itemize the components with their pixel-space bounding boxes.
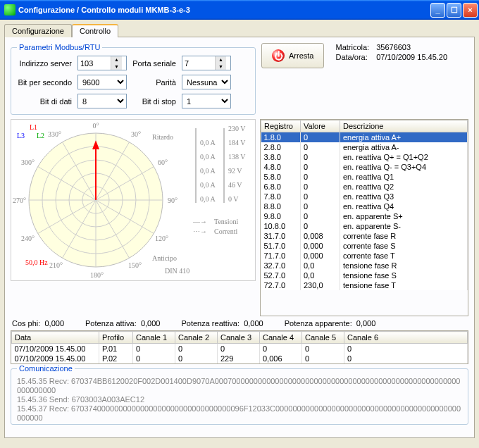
- svg-text:Correnti: Correnti: [214, 228, 238, 235]
- maximize-button[interactable]: ☐: [447, 3, 461, 18]
- port-input[interactable]: ▲▼: [182, 56, 231, 70]
- meta-block: Matricola: 35676603 Data/ora: 07/10/2009…: [335, 43, 447, 61]
- svg-text:0 V: 0 V: [228, 195, 239, 203]
- svg-text:0,0 A: 0,0 A: [200, 139, 216, 147]
- app-icon: [4, 4, 15, 15]
- table-row[interactable]: 71.7.00,000corrente fase T: [261, 251, 468, 261]
- svg-text:90°: 90°: [168, 197, 178, 204]
- registers-table[interactable]: Registro Valore Descrizione 1.8.00energi…: [260, 119, 468, 316]
- svg-text:300°: 300°: [21, 158, 35, 166]
- arresta-button[interactable]: ⏻ Arresta: [261, 43, 324, 68]
- svg-text:120°: 120°: [155, 235, 168, 242]
- table-row[interactable]: 9.8.00en. apparente S+: [261, 211, 468, 221]
- col-descrizione[interactable]: Descrizione: [340, 120, 468, 132]
- col-valore[interactable]: Valore: [301, 120, 340, 132]
- parity-select[interactable]: Nessuna: [182, 75, 231, 89]
- svg-text:L2: L2: [37, 132, 44, 139]
- fieldset-modbus: Parametri Modbus/RTU Indirizzo server ▲▼…: [11, 43, 256, 115]
- fieldset-comunicazione: Comunicazione 15.45.35 Recv: 670374BB612…: [11, 364, 468, 425]
- stop-icon: ⏻: [272, 49, 285, 62]
- svg-text:270°: 270°: [13, 197, 26, 204]
- window-title: Configurazione / Controllo moduli MKMB-3…: [18, 6, 429, 14]
- serial-label: Matricola:: [335, 43, 369, 51]
- svg-text:60°: 60°: [158, 158, 168, 166]
- table-row[interactable]: 31.7.00,008corrente fase R: [261, 231, 468, 241]
- svg-text:46 V: 46 V: [228, 181, 242, 189]
- svg-text:0,0 A: 0,0 A: [200, 167, 216, 175]
- comm-line: 15.45.36 Send: 6703003A003AEC12: [17, 395, 462, 404]
- table-row[interactable]: 1.8.00energia attiva A+: [261, 132, 468, 143]
- tab-panel-controllo: Parametri Modbus/RTU Indirizzo server ▲▼…: [4, 37, 475, 438]
- baud-label: Bit per secondo: [17, 78, 72, 87]
- table-row[interactable]: 6.8.00en. reattiva Q2: [261, 182, 468, 192]
- svg-text:L3: L3: [17, 132, 25, 139]
- col-registro[interactable]: Registro: [261, 120, 301, 132]
- addr-input[interactable]: ▲▼: [77, 56, 127, 70]
- svg-text:0°: 0°: [93, 122, 99, 130]
- comm-line: 15.45.38 Send: 670300074003C0C07: [17, 423, 462, 425]
- svg-text:138 V: 138 V: [228, 153, 246, 161]
- table-row[interactable]: 3.8.00en. reattiva Q+ = Q1+Q2: [261, 152, 468, 162]
- table-row[interactable]: 5.8.00en. reattiva Q1: [261, 172, 468, 182]
- table-row[interactable]: 7.8.00en. reattiva Q3: [261, 192, 468, 201]
- svg-text:92 V: 92 V: [228, 167, 242, 175]
- svg-text:184 V: 184 V: [228, 139, 246, 147]
- svg-text:⋯→: ⋯→: [193, 228, 207, 235]
- table-row[interactable]: 2.8.00energia attiva A-: [261, 142, 468, 152]
- channels-table[interactable]: Data Profilo Canale 1 Canale 2 Canale 3 …: [11, 330, 468, 364]
- comm-log[interactable]: 15.45.35 Recv: 670374BB6120020F002D00140…: [17, 377, 462, 425]
- svg-text:0,0 A: 0,0 A: [200, 153, 216, 161]
- phasor-diagram: 0° 30° 60° 90° 120° 150° 180° 210° 240° …: [11, 119, 256, 281]
- stats-row: Cos phi: 0,000 Potenza attiva: 0,000 Pot…: [11, 316, 468, 330]
- table-row[interactable]: 07/10/2009 15.45.00P.01000000: [12, 344, 468, 354]
- serial-value: 35676603: [376, 43, 447, 51]
- stopbits-select[interactable]: 1: [182, 94, 231, 108]
- legend-comunicazione: Comunicazione: [17, 364, 75, 373]
- table-row[interactable]: 07/10/2009 15.45.00P.02002290,00600: [12, 354, 468, 363]
- port-label: Porta seriale: [132, 59, 176, 68]
- legend-modbus: Parametri Modbus/RTU: [17, 43, 102, 51]
- svg-text:L1: L1: [30, 123, 37, 131]
- comm-line: 15.45.35 Recv: 670374BB6120020F002D00140…: [17, 377, 462, 395]
- svg-text:DIN 410: DIN 410: [165, 267, 189, 275]
- svg-text:30°: 30°: [131, 130, 141, 138]
- comm-line: 15.45.37 Recv: 6703740000000000000000000…: [17, 404, 462, 423]
- table-row[interactable]: 10.8.00en. apparente S-: [261, 221, 468, 231]
- svg-text:150°: 150°: [128, 261, 142, 269]
- table-row[interactable]: 52.7.00,0tensione fase S: [261, 270, 468, 280]
- svg-text:180°: 180°: [90, 271, 104, 279]
- svg-text:Tensioni: Tensioni: [214, 218, 239, 225]
- parity-label: Parità: [132, 78, 176, 87]
- svg-text:330°: 330°: [48, 130, 61, 138]
- table-row[interactable]: 51.7.00,000corrente fase S: [261, 241, 468, 251]
- titlebar: Configurazione / Controllo moduli MKMB-3…: [0, 0, 479, 20]
- table-row[interactable]: 4.8.00en. reattiva Q- = Q3+Q4: [261, 162, 468, 172]
- baud-select[interactable]: 9600: [77, 75, 127, 89]
- svg-text:230 V: 230 V: [228, 125, 246, 132]
- stopbits-label: Bit di stop: [132, 97, 176, 106]
- svg-text:0,0 A: 0,0 A: [200, 181, 216, 189]
- close-button[interactable]: ×: [463, 3, 478, 18]
- datetime-label: Data/ora:: [335, 53, 369, 61]
- arresta-label: Arresta: [289, 51, 313, 60]
- databits-label: Bit di dati: [17, 97, 72, 106]
- tab-controllo[interactable]: Controllo: [72, 24, 118, 37]
- svg-text:50,0 Hz: 50,0 Hz: [25, 259, 48, 266]
- table-row[interactable]: 72.7.0230,0tensione fase T: [261, 280, 468, 290]
- svg-text:240°: 240°: [21, 235, 35, 242]
- svg-text:0,0 A: 0,0 A: [200, 195, 216, 203]
- datetime-value: 07/10/2009 15.45.20: [376, 53, 447, 61]
- svg-text:—→: —→: [192, 218, 207, 225]
- minimize-button[interactable]: _: [430, 3, 445, 18]
- databits-select[interactable]: 8: [77, 94, 127, 108]
- table-row[interactable]: 32.7.00,0tensione fase R: [261, 261, 468, 270]
- svg-text:210°: 210°: [49, 261, 63, 269]
- svg-text:Anticipo: Anticipo: [152, 254, 177, 262]
- addr-label: Indirizzo server: [17, 59, 72, 68]
- svg-text:Ritardo: Ritardo: [152, 133, 173, 141]
- tab-configurazione[interactable]: Configurazione: [4, 24, 72, 37]
- table-row[interactable]: 8.8.00en. reattiva Q4: [261, 201, 468, 211]
